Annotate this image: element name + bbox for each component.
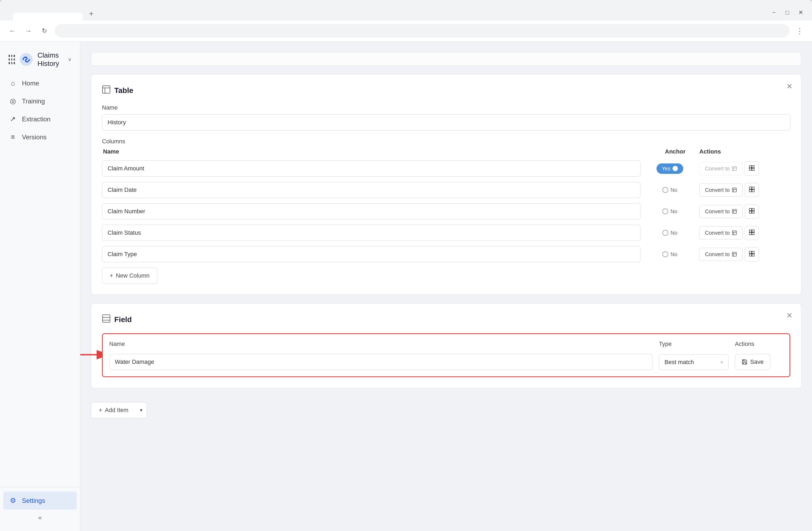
- add-item-button[interactable]: + Add Item: [91, 402, 136, 418]
- actions-cell: Convert to: [699, 183, 790, 197]
- toggle-no[interactable]: No: [662, 230, 677, 236]
- field-card-title: Field: [114, 315, 132, 324]
- field-name-label: Name: [109, 340, 652, 348]
- sidebar-item-extraction[interactable]: ↗ Extraction: [0, 110, 80, 128]
- browser-menu-button[interactable]: ⋮: [794, 25, 806, 37]
- field-name-input[interactable]: [109, 354, 652, 370]
- column-name-input[interactable]: [102, 203, 640, 220]
- refresh-button[interactable]: ↻: [39, 25, 50, 37]
- actions-cell: Convert to: [699, 247, 790, 262]
- sidebar-item-training[interactable]: ◎ Training: [0, 92, 80, 110]
- svg-rect-21: [749, 208, 752, 210]
- add-item-dropdown-button[interactable]: ▾: [136, 402, 147, 418]
- table-row: Yes Convert to: [102, 160, 790, 177]
- svg-rect-8: [752, 165, 754, 167]
- svg-rect-35: [749, 251, 752, 253]
- address-bar[interactable]: [55, 24, 789, 38]
- add-item-label: Add Item: [105, 407, 129, 414]
- column-action-icon-button[interactable]: [745, 183, 759, 197]
- save-button[interactable]: Save: [735, 354, 770, 370]
- table-row: No Convert to: [102, 203, 790, 220]
- add-item-chevron-icon: ▾: [140, 407, 142, 413]
- field-card-close[interactable]: ✕: [784, 310, 795, 321]
- training-icon: ◎: [9, 97, 17, 105]
- sidebar-item-home[interactable]: ⌂ Home: [0, 74, 80, 92]
- forward-button[interactable]: →: [23, 25, 34, 37]
- extraction-icon: ↗: [9, 115, 17, 123]
- field-highlighted-row: Name Type Actions Best match: [102, 333, 790, 377]
- anchor-toggle[interactable]: No: [646, 208, 694, 214]
- sidebar-item-versions[interactable]: ≡ Versions: [0, 128, 80, 146]
- table-row: No Convert to: [102, 225, 790, 241]
- field-type-select[interactable]: Best match Exact match Regex List: [659, 354, 728, 370]
- svg-rect-29: [752, 229, 754, 232]
- toggle-no[interactable]: No: [662, 208, 677, 214]
- toggle-no[interactable]: No: [662, 187, 677, 193]
- add-item-container: + Add Item ▾: [91, 397, 801, 423]
- col-header-actions: Actions: [699, 148, 790, 155]
- column-name-input[interactable]: [102, 225, 640, 241]
- new-column-plus: +: [110, 272, 113, 279]
- field-actions-label: Actions: [735, 340, 783, 348]
- convert-to-button[interactable]: Convert to: [699, 183, 743, 197]
- partial-top-card: [91, 52, 801, 66]
- app-logo: [19, 53, 33, 67]
- columns-section-label: Columns: [102, 138, 790, 145]
- convert-to-button[interactable]: Convert to: [699, 248, 743, 261]
- column-action-icon-button[interactable]: [745, 247, 759, 262]
- svg-rect-4: [733, 167, 737, 171]
- svg-rect-14: [749, 187, 752, 189]
- col-header-anchor: Anchor: [651, 148, 699, 155]
- new-column-button[interactable]: + New Column: [102, 268, 157, 284]
- sidebar-item-label: Home: [22, 80, 39, 87]
- svg-rect-18: [733, 210, 737, 213]
- minimize-button[interactable]: −: [769, 8, 779, 17]
- sidebar-item-settings[interactable]: ⚙ Settings: [3, 492, 77, 509]
- toggle-no[interactable]: No: [662, 251, 677, 257]
- svg-rect-38: [752, 254, 754, 256]
- convert-to-button[interactable]: Convert to: [699, 226, 743, 239]
- add-item-group: + Add Item ▾: [91, 402, 147, 418]
- column-action-icon-button[interactable]: [745, 162, 759, 176]
- toggle-yes[interactable]: Yes: [656, 164, 683, 174]
- maximize-button[interactable]: □: [783, 8, 792, 17]
- field-input-row: Best match Exact match Regex List Save: [109, 354, 783, 370]
- column-name-input[interactable]: [102, 246, 640, 262]
- table-card: ✕ Table Name Columns Name: [91, 74, 801, 295]
- anchor-toggle[interactable]: No: [646, 187, 694, 193]
- svg-rect-7: [749, 165, 752, 167]
- apps-grid-icon[interactable]: [9, 55, 15, 64]
- column-action-icon-button[interactable]: [745, 226, 759, 240]
- field-card-icon: [102, 314, 111, 325]
- convert-to-button[interactable]: Convert to: [699, 162, 743, 175]
- table-name-input[interactable]: [102, 114, 790, 130]
- anchor-toggle[interactable]: Yes: [646, 164, 694, 174]
- field-card: ✕ Field: [91, 303, 801, 388]
- svg-rect-10: [752, 168, 754, 170]
- anchor-toggle[interactable]: No: [646, 251, 694, 257]
- back-button[interactable]: ←: [6, 25, 18, 37]
- column-action-icon-button[interactable]: [745, 205, 759, 219]
- browser-tab[interactable]: [13, 13, 83, 20]
- svg-rect-36: [752, 251, 754, 253]
- anchor-toggle[interactable]: No: [646, 230, 694, 236]
- svg-rect-17: [752, 190, 754, 192]
- svg-rect-9: [749, 168, 752, 170]
- convert-to-button[interactable]: Convert to: [699, 205, 743, 218]
- sidebar-collapse-button[interactable]: «: [0, 509, 80, 526]
- svg-rect-16: [749, 190, 752, 192]
- app-name[interactable]: Claims History ∨: [38, 51, 71, 68]
- svg-rect-32: [733, 252, 737, 256]
- column-name-input[interactable]: [102, 160, 640, 177]
- sidebar-item-label: Versions: [22, 134, 46, 141]
- table-name-label: Name: [102, 104, 790, 111]
- column-name-input[interactable]: [102, 182, 640, 198]
- sidebar-item-label: Settings: [22, 497, 45, 504]
- table-card-close[interactable]: ✕: [784, 81, 795, 92]
- close-button[interactable]: ✕: [796, 8, 806, 17]
- home-icon: ⌂: [9, 79, 17, 87]
- table-row: No Convert to: [102, 246, 790, 262]
- new-tab-button[interactable]: +: [85, 7, 98, 20]
- svg-rect-22: [752, 208, 754, 210]
- actions-cell: Convert to: [699, 226, 790, 240]
